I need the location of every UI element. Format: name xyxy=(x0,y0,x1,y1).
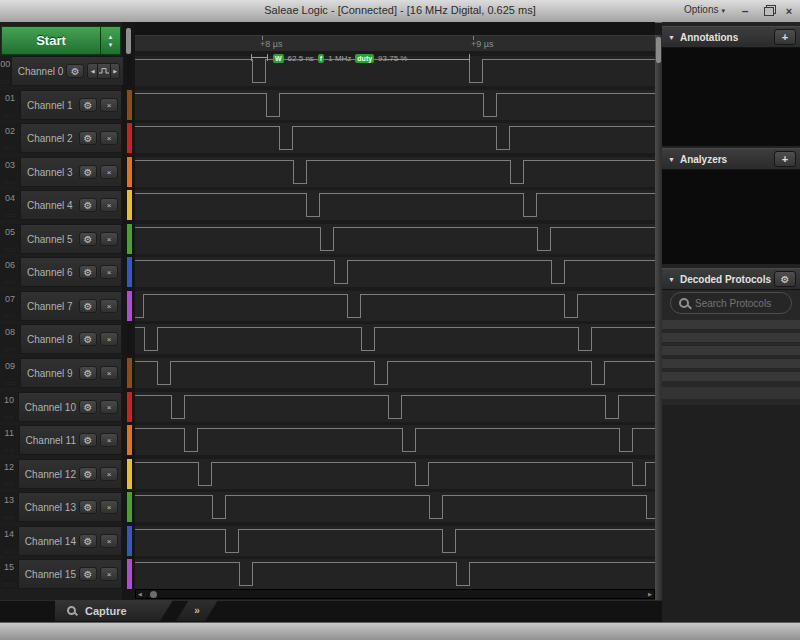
channel-hide-button[interactable]: × xyxy=(100,265,118,279)
channel-settings-button[interactable]: ⚙ xyxy=(79,265,97,279)
add-analyzer-button[interactable]: + xyxy=(774,151,796,167)
channel-number: 10 xyxy=(4,395,14,405)
channel-settings-button[interactable]: ⚙ xyxy=(79,165,97,179)
close-button[interactable]: × xyxy=(780,3,798,18)
channel-number-cell: 15:::: xyxy=(0,559,18,589)
channel-color-indicator xyxy=(127,425,132,455)
channel-settings-button[interactable]: ⚙ xyxy=(79,500,97,514)
trigger-next-button[interactable]: ▶ xyxy=(110,64,119,78)
scroll-right-icon[interactable]: ▶ xyxy=(646,591,654,597)
analyzers-header[interactable]: ▼ Analyzers + xyxy=(662,148,800,170)
channel-hide-button[interactable]: × xyxy=(100,299,118,313)
channel-settings-button[interactable]: ⚙ xyxy=(79,131,97,145)
waveform-row[interactable] xyxy=(135,324,655,354)
channel-hide-button[interactable]: × xyxy=(100,98,118,112)
channel-hide-button[interactable]: × xyxy=(100,332,118,346)
waveform-row[interactable] xyxy=(135,224,655,254)
channel-drag-dots: :::: xyxy=(5,213,16,218)
vertical-scrollbar-thumb[interactable] xyxy=(656,37,661,63)
channel-label-area: Channel 3⚙× xyxy=(20,157,122,187)
channel-number: 14 xyxy=(4,529,14,539)
annotations-header[interactable]: ▼ Annotations + xyxy=(662,26,800,48)
channel-settings-button[interactable]: ⚙ xyxy=(79,400,97,414)
channel-row: 12::::Channel 12⚙× xyxy=(0,459,122,489)
channel-hide-button[interactable]: × xyxy=(100,567,118,581)
waveform-signal xyxy=(135,358,655,388)
add-annotation-button[interactable]: + xyxy=(774,29,796,45)
waveform-row[interactable] xyxy=(135,559,655,589)
scroll-left-icon[interactable]: ◀ xyxy=(136,591,144,597)
ruler-tick-label: +9 µs xyxy=(471,39,493,49)
restore-button[interactable] xyxy=(764,5,776,16)
channel-settings-button[interactable]: ⚙ xyxy=(79,332,97,346)
channel-label: Channel 14 xyxy=(25,536,76,547)
horizontal-scrollbar-thumb[interactable] xyxy=(150,591,157,598)
channel-hide-button[interactable]: × xyxy=(100,400,118,414)
channel-label: Channel 3 xyxy=(27,167,76,178)
channel-settings-button[interactable]: ⚙ xyxy=(79,534,97,548)
channel-hide-button[interactable]: × xyxy=(100,467,118,481)
channel-label-area: Channel 4⚙× xyxy=(20,190,122,220)
waveform-signal xyxy=(135,123,655,153)
waveform-row[interactable] xyxy=(135,291,655,321)
channel-label: Channel 9 xyxy=(27,368,76,379)
channel-label-area: Channel 2⚙× xyxy=(20,123,122,153)
waveform-row[interactable] xyxy=(135,358,655,388)
protocols-settings-button[interactable]: ⚙ xyxy=(774,271,796,287)
channel-settings-button[interactable]: ⚙ xyxy=(66,64,84,78)
decoded-protocols-header[interactable]: ▼ Decoded Protocols ⚙ xyxy=(662,268,800,290)
protocol-list-row xyxy=(662,346,800,355)
channel-settings-button[interactable]: ⚙ xyxy=(79,232,97,246)
annotations-list xyxy=(662,48,800,146)
channel-color-indicator xyxy=(127,358,132,388)
capture-options-spinner[interactable]: ▲ ▼ xyxy=(100,26,121,55)
horizontal-scrollbar[interactable]: ◀ ▶ xyxy=(135,589,655,599)
channel-settings-button[interactable]: ⚙ xyxy=(79,567,97,581)
channel-settings-button[interactable]: ⚙ xyxy=(79,467,97,481)
channel-number-cell: 06:::: xyxy=(0,257,20,287)
channel-row: 01::::Channel 1⚙× xyxy=(0,90,122,120)
waveform-row[interactable] xyxy=(135,392,655,422)
channel-hide-button[interactable]: × xyxy=(100,366,118,380)
channel-row: 06::::Channel 6⚙× xyxy=(0,257,122,287)
waveform-row[interactable] xyxy=(135,459,655,489)
start-button[interactable]: Start xyxy=(1,26,100,55)
channel-label: Channel 8 xyxy=(27,334,76,345)
channel-settings-button[interactable]: ⚙ xyxy=(79,198,97,212)
channel-number-cell: 01:::: xyxy=(0,90,20,120)
channel-number: 07 xyxy=(5,294,15,304)
channel-settings-button[interactable]: ⚙ xyxy=(79,433,97,447)
channel-hide-button[interactable]: × xyxy=(100,534,118,548)
channel-drag-dots: :::: xyxy=(4,515,15,520)
vertical-scrollbar-track[interactable] xyxy=(655,35,662,600)
waveform-row[interactable] xyxy=(135,492,655,522)
channel-hide-button[interactable]: × xyxy=(100,433,118,447)
channel-scrollbar-thumb[interactable] xyxy=(126,28,131,54)
channel-hide-button[interactable]: × xyxy=(100,165,118,179)
waveform-row[interactable] xyxy=(135,123,655,153)
channel-row: 13::::Channel 13⚙× xyxy=(0,492,122,522)
waveform-row[interactable] xyxy=(135,425,655,455)
options-menu-button[interactable]: Options▾ xyxy=(684,4,725,15)
tab-capture[interactable]: Capture xyxy=(55,600,173,621)
waveform-row[interactable] xyxy=(135,526,655,556)
timeline-ruler[interactable]: +8 µs+9 µs xyxy=(135,35,655,51)
channel-settings-button[interactable]: ⚙ xyxy=(79,366,97,380)
waveform-row[interactable] xyxy=(135,157,655,187)
channel-color-indicator xyxy=(127,459,132,489)
waveform-row[interactable] xyxy=(135,257,655,287)
trigger-pulse-button[interactable] xyxy=(97,64,110,78)
channel-settings-button[interactable]: ⚙ xyxy=(79,98,97,112)
channel-hide-button[interactable]: × xyxy=(100,131,118,145)
trigger-prev-button[interactable]: ◀ xyxy=(88,64,97,78)
waveform-row[interactable] xyxy=(135,190,655,220)
minimize-button[interactable]: – xyxy=(736,3,754,18)
channel-settings-button[interactable]: ⚙ xyxy=(79,299,97,313)
channel-hide-button[interactable]: × xyxy=(100,198,118,212)
channel-hide-button[interactable]: × xyxy=(100,232,118,246)
waveform-signal xyxy=(135,157,655,187)
channel-hide-button[interactable]: × xyxy=(100,500,118,514)
waveform-row[interactable] xyxy=(135,56,655,86)
channel-drag-dots: :::: xyxy=(4,482,15,487)
waveform-row[interactable] xyxy=(135,90,655,120)
